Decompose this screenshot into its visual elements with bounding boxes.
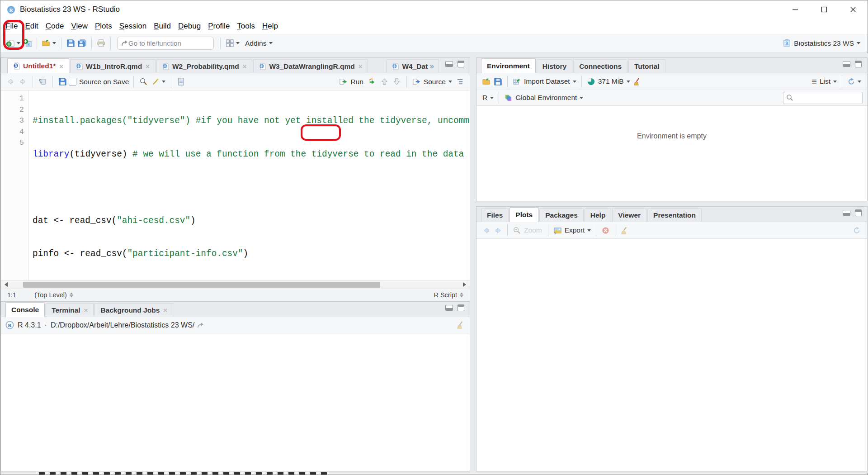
tab-terminal[interactable]: Terminal × (46, 303, 94, 317)
working-directory-path[interactable]: D:/Dropbox/Arbeit/Lehre/Biostatistics 23… (51, 321, 194, 329)
file-type-selector[interactable]: R Script (434, 291, 457, 299)
horizontal-scrollbar[interactable] (1, 280, 470, 289)
tab-help[interactable]: Help (585, 208, 612, 222)
code-tools-button[interactable] (150, 76, 167, 87)
close-window-icon[interactable] (839, 0, 868, 19)
save-source-button[interactable] (57, 76, 69, 87)
clear-environment-button[interactable] (632, 76, 643, 88)
save-workspace-button[interactable] (492, 76, 504, 88)
code-editor[interactable]: 1 2 3 4 5 #install.packages("tidyverse")… (1, 90, 470, 280)
addins-button[interactable]: Addins (241, 38, 274, 49)
minimize-pane-icon[interactable] (445, 305, 453, 311)
maximize-pane-icon[interactable] (458, 61, 464, 67)
tab-connections[interactable]: Connections (573, 59, 627, 73)
go-next-section-button[interactable] (391, 76, 403, 87)
close-tab-icon[interactable]: × (146, 62, 150, 70)
tab-files[interactable]: Files (481, 208, 509, 222)
import-dataset-button[interactable]: Import Dataset (511, 76, 578, 88)
menu-plots[interactable]: Plots (91, 20, 116, 33)
menu-session[interactable]: Session (116, 20, 150, 33)
scroll-left-icon[interactable] (5, 282, 8, 287)
go-previous-section-button[interactable] (378, 76, 391, 87)
zoom-plot-button[interactable]: Zoom (511, 224, 544, 237)
clear-all-plots-button[interactable] (619, 224, 630, 237)
minimize-pane-icon[interactable] (445, 61, 453, 67)
new-project-button[interactable]: R (22, 37, 33, 49)
maximize-window-icon[interactable] (810, 0, 839, 19)
memory-usage-button[interactable]: 371 MiB (585, 76, 632, 88)
open-file-button[interactable] (41, 37, 57, 49)
tab-w1b-intror[interactable]: W1b_IntroR.qmd × (70, 59, 156, 73)
menu-edit[interactable]: Edit (21, 20, 42, 33)
tab-viewer[interactable]: Viewer (612, 208, 646, 222)
print-button[interactable] (95, 37, 107, 49)
previous-plot-button[interactable] (481, 224, 492, 237)
goto-directory-icon[interactable] (197, 322, 204, 329)
tab-w4-truncated[interactable]: W4_Dat » (386, 59, 439, 73)
minimize-pane-icon[interactable] (843, 210, 850, 216)
close-tab-icon[interactable]: × (359, 62, 363, 70)
tab-console[interactable]: Console (5, 302, 45, 317)
scrollbar-thumb[interactable] (23, 282, 380, 288)
goto-file-input[interactable] (128, 39, 205, 47)
list-view-button[interactable]: ≡ List (810, 75, 838, 88)
menu-profile[interactable]: Profile (204, 20, 233, 33)
remove-plot-button[interactable] (600, 224, 611, 237)
maximize-pane-icon[interactable] (458, 304, 464, 311)
tab-w3-datawrangling[interactable]: W3_DataWranglingR.qmd × (253, 59, 368, 73)
load-workspace-button[interactable] (481, 76, 492, 88)
menu-tools[interactable]: Tools (233, 20, 259, 33)
global-environment-button[interactable]: Global Environment (503, 92, 585, 104)
back-button[interactable] (5, 76, 17, 87)
run-button[interactable]: Run (337, 76, 366, 87)
tab-background-jobs[interactable]: Background Jobs × (94, 303, 173, 317)
open-in-new-window-button[interactable] (37, 76, 49, 87)
tab-overflow-icon[interactable]: » (429, 62, 433, 71)
maximize-pane-icon[interactable] (855, 209, 862, 216)
console-output[interactable] (1, 333, 470, 471)
pane-layout-button[interactable] (224, 37, 241, 49)
file-type-stepper-icon[interactable] (460, 293, 463, 297)
close-tab-icon[interactable]: × (243, 62, 247, 70)
tab-packages[interactable]: Packages (539, 208, 584, 222)
source-on-save-checkbox[interactable] (69, 78, 76, 86)
rerun-button[interactable] (366, 76, 378, 87)
next-plot-button[interactable] (492, 224, 504, 237)
tab-tutorial[interactable]: Tutorial (628, 59, 665, 73)
menu-help[interactable]: Help (259, 20, 282, 33)
refresh-environment-button[interactable] (846, 76, 863, 88)
menu-code[interactable]: Code (42, 20, 68, 33)
minimize-window-icon[interactable] (781, 0, 810, 19)
language-selector-button[interactable]: R (481, 92, 495, 104)
close-tab-icon[interactable]: × (84, 306, 88, 314)
tab-w2-probability[interactable]: W2_Probability.qmd × (156, 59, 253, 73)
compile-report-button[interactable] (175, 76, 187, 87)
close-tab-icon[interactable]: × (59, 62, 63, 70)
document-outline-button[interactable] (454, 76, 466, 87)
tab-environment[interactable]: Environment (481, 58, 536, 73)
tab-presentation[interactable]: Presentation (647, 208, 702, 222)
environment-search-input[interactable] (795, 94, 859, 101)
tab-untitled1[interactable]: R Untitled1* × (7, 58, 69, 73)
tab-plots[interactable]: Plots (509, 207, 538, 222)
forward-button[interactable] (17, 76, 29, 87)
menu-view[interactable]: View (67, 20, 91, 33)
scope-stepper-icon[interactable] (70, 293, 73, 297)
tab-history[interactable]: History (537, 59, 572, 73)
r-version-label[interactable]: R 4.3.1 (18, 321, 41, 329)
refresh-plots-button[interactable] (851, 224, 863, 237)
save-button[interactable] (65, 37, 76, 49)
menu-build[interactable]: Build (150, 20, 175, 33)
clear-console-button[interactable] (457, 321, 465, 329)
menu-file[interactable]: File (2, 20, 21, 33)
maximize-pane-icon[interactable] (855, 61, 862, 67)
scope-selector[interactable]: (Top Level) (34, 291, 67, 299)
minimize-pane-icon[interactable] (843, 61, 850, 67)
scroll-right-icon[interactable] (463, 282, 466, 287)
save-all-button[interactable] (76, 37, 88, 49)
source-button[interactable]: Source (410, 76, 454, 87)
find-replace-button[interactable] (137, 76, 150, 87)
menu-debug[interactable]: Debug (175, 20, 204, 33)
export-plot-button[interactable]: Export (552, 224, 593, 237)
new-file-button[interactable] (5, 37, 22, 49)
